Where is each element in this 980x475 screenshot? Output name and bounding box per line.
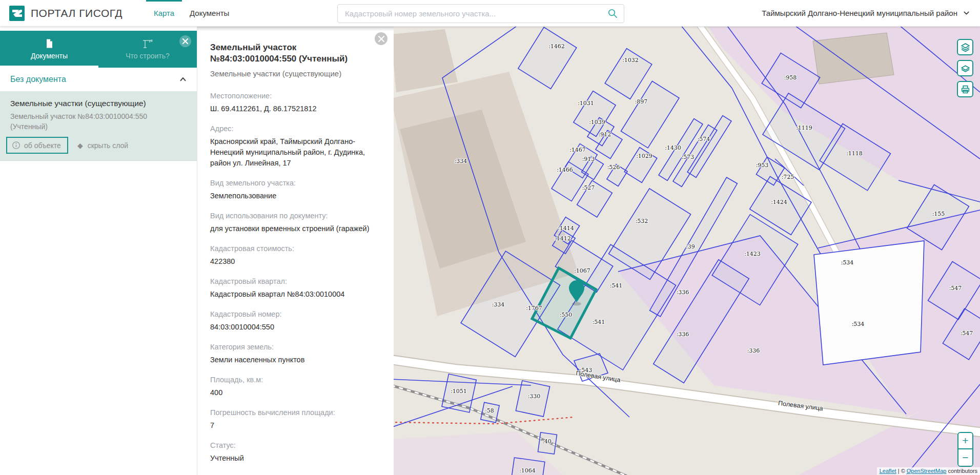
info-field: Площадь, кв.м: 400 — [210, 376, 381, 398]
info-field: Кадастровая стоимость: 422380 — [210, 244, 381, 267]
map-canvas[interactable]: :1462:1032:1031:897:958:1039:912:1467:91… — [394, 27, 980, 475]
info-field: Вид использования по документу: для уста… — [210, 212, 381, 234]
attribution-divider: | © — [896, 468, 907, 474]
info-field-value: Земли населенных пунктов — [210, 355, 380, 365]
close-icon — [378, 36, 384, 42]
printer-icon — [961, 85, 970, 94]
info-field-value: Землепользование — [210, 191, 380, 201]
info-panel-close-button[interactable] — [375, 32, 387, 45]
nav-tab-map[interactable]: Карта — [146, 0, 182, 27]
leaflet-link[interactable]: Leaflet — [880, 468, 896, 474]
info-field-value: 422380 — [210, 256, 380, 267]
search-input[interactable] — [337, 4, 624, 23]
sidebar-tab-documents[interactable]: Документы — [0, 31, 98, 68]
info-field-label: Статус: — [210, 441, 381, 449]
layers-button[interactable] — [957, 39, 973, 55]
search-icon[interactable] — [607, 8, 618, 19]
info-field-value: 84:03:0010004:550 — [210, 322, 380, 333]
cadastral-search — [337, 4, 624, 23]
map-vector-layer — [394, 27, 980, 475]
app-header: ПОРТАЛ ГИСОГД Карта Документы Таймырский… — [0, 0, 980, 27]
sidebar-tab-label: Что строить? — [126, 52, 170, 60]
info-field-value: 7 — [210, 420, 380, 431]
chevron-down-icon — [962, 9, 971, 17]
hide-layer-label: скрыть слой — [88, 141, 129, 150]
zoom-out-button[interactable]: − — [958, 449, 972, 466]
map-attribution: Leaflet | © OpenStreetMap contributors — [877, 467, 980, 475]
info-field-label: Вид земельного участка: — [210, 179, 381, 187]
info-field: Кадастровый номер: 84:03:0010004:550 — [210, 310, 381, 333]
base-layer-button[interactable] — [957, 60, 973, 76]
info-field-value: Ш. 69.4112261, Д. 86.17521812 — [210, 104, 380, 114]
sidebar-tabs: Документы Что строить? — [0, 31, 197, 68]
region-selector[interactable]: Таймырский Долгано-Ненецкий муниципальны… — [762, 9, 971, 17]
diamond-icon: ◆ — [77, 141, 83, 150]
layer-item-title: Земельные участки (существующие) — [10, 99, 189, 108]
layer-item-subtitle: Земельный участок №84:03:0010004:550 (Уч… — [10, 111, 179, 132]
sidebar-close-button[interactable] — [179, 35, 191, 47]
nav-tab-documents[interactable]: Документы — [182, 0, 237, 27]
info-field-value: для установки временных строений (гараже… — [210, 223, 380, 234]
info-field: Вид земельного участка: Землепользование — [210, 179, 381, 201]
layer-item-actions: об объекте ◆ скрыть слой — [6, 137, 189, 154]
region-name: Таймырский Долгано-Ненецкий муниципальны… — [762, 9, 957, 17]
hide-layer-button[interactable]: ◆ скрыть слой — [77, 141, 128, 150]
info-field: Статус: Учтенный — [210, 441, 381, 464]
info-field-label: Местоположение: — [210, 92, 381, 100]
openstreetmap-link[interactable]: OpenStreetMap — [907, 468, 947, 474]
object-layer-name: Земельные участки (существующие) — [210, 69, 381, 78]
info-field-label: Кадастровая стоимость: — [210, 244, 381, 253]
info-field-label: Площадь, кв.м: — [210, 376, 381, 384]
info-field-label: Погрешность вычисления площади: — [210, 408, 381, 417]
info-field-value: 400 — [210, 387, 380, 398]
zoom-controls: + − — [957, 432, 973, 467]
object-title: Земельный участок №84:03:0010004:550 (Уч… — [210, 42, 380, 65]
info-field-label: Кадастровый номер: — [210, 310, 381, 318]
info-field-value: Кадастровый квартал №84:03:0010004 — [210, 289, 380, 300]
info-field-label: Кадастровый квартал: — [210, 277, 381, 285]
info-field: Местоположение: Ш. 69.4112261, Д. 86.175… — [210, 92, 381, 114]
object-info-panel: Земельный участок №84:03:0010004:550 (Уч… — [197, 27, 394, 475]
close-icon — [182, 38, 188, 44]
sidebar-tab-label: Документы — [31, 52, 68, 60]
zoom-in-button[interactable]: + — [958, 433, 972, 449]
info-field-value: Учтенный — [210, 453, 380, 464]
layers-sidebar: Документы Что строить? Без документа — [0, 27, 197, 475]
brand-name: ПОРТАЛ ГИСОГД — [31, 7, 122, 19]
map-controls — [957, 39, 973, 97]
info-field: Категория земель: Земли населенных пункт… — [210, 343, 381, 365]
info-field-value: Красноярский край, Таймырский Долгано-Не… — [210, 136, 380, 169]
object-fields: Местоположение: Ш. 69.4112261, Д. 86.175… — [210, 92, 381, 464]
document-icon — [44, 38, 54, 49]
info-field-label: Вид использования по документу: — [210, 212, 381, 220]
info-field: Погрешность вычисления площади: 7 — [210, 408, 381, 431]
portal-logo-icon — [9, 6, 25, 21]
info-field-label: Категория земель: — [210, 343, 381, 351]
layers-icon — [961, 43, 970, 52]
info-field-label: Адрес: — [210, 125, 381, 133]
info-field: Кадастровый квартал: Кадастровый квартал… — [210, 277, 381, 300]
main-nav: Карта Документы — [146, 0, 237, 27]
about-object-label: об объекте — [24, 141, 61, 150]
brand: ПОРТАЛ ГИСОГД — [9, 6, 122, 21]
crane-icon — [142, 38, 153, 49]
document-group-title: Без документа — [10, 75, 66, 84]
document-group-header[interactable]: Без документа — [0, 68, 197, 91]
about-object-button[interactable]: об объекте — [6, 137, 68, 154]
chevron-up-icon — [178, 75, 188, 84]
info-field: Адрес: Красноярский край, Таймырский Дол… — [210, 125, 381, 169]
flat-layer-icon — [961, 64, 970, 73]
layer-list-item[interactable]: Земельные участки (существующие) Земельн… — [0, 91, 197, 161]
print-button[interactable] — [957, 81, 973, 97]
attribution-suffix: contributors — [946, 468, 977, 474]
white-parcel-534 — [814, 241, 924, 365]
info-icon — [12, 141, 21, 150]
